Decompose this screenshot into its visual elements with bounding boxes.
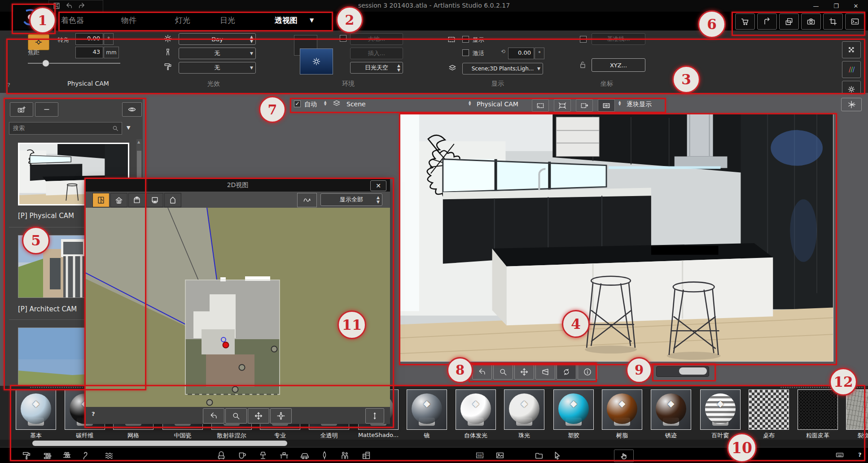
people-icon[interactable] (340, 450, 350, 462)
material-thumbnail[interactable] (846, 389, 868, 430)
ground-button[interactable]: 大地... (350, 33, 403, 45)
sky-type-select[interactable]: 日光天空▲▼ (350, 62, 403, 74)
material-thumbnail[interactable]: ◆ (700, 389, 741, 430)
render-console-button[interactable] (845, 13, 865, 30)
path-wave-button[interactable] (297, 193, 317, 207)
scene-value[interactable]: Scene (346, 100, 366, 108)
material-thumbnail[interactable]: ◆ (16, 389, 56, 430)
focal-slider-track[interactable] (28, 63, 120, 64)
display-mode-value[interactable]: 逐块显示 (627, 100, 652, 109)
undo-button[interactable] (203, 408, 224, 424)
bricks-icon[interactable] (43, 450, 53, 462)
xyz-button[interactable]: XYZ... (592, 58, 645, 72)
waves-icon[interactable] (104, 450, 114, 462)
fit-frame-button[interactable] (554, 99, 571, 112)
help-icon[interactable]: ? (858, 451, 862, 458)
folder-icon[interactable] (534, 450, 544, 462)
material-item[interactable]: ◆自体发光 (452, 389, 500, 440)
lights-select[interactable]: 无▼ (179, 48, 256, 59)
rotation-unit[interactable]: ° (104, 33, 114, 45)
paint-roller-icon[interactable] (22, 450, 31, 462)
window-2d-titlebar[interactable]: 2D视图 ✕ (85, 179, 390, 192)
camera-stepper[interactable]: ▲▼ (469, 100, 471, 106)
render-frame-button[interactable] (532, 99, 549, 112)
material-item[interactable]: ◆树脂 (598, 389, 646, 440)
close-button[interactable]: ✕ (849, 1, 863, 10)
display-mode-stepper[interactable]: ▲▼ (618, 100, 621, 106)
tab-objects[interactable]: 物件 (121, 15, 136, 26)
render-viewport[interactable] (400, 114, 833, 362)
search-button[interactable] (225, 408, 247, 424)
environment-sky-thumb[interactable] (300, 48, 333, 74)
checker-button[interactable] (842, 41, 861, 58)
visibility-button[interactable] (122, 102, 142, 117)
material-thumbnail[interactable] (798, 389, 838, 430)
rotation-input[interactable]: 0.00 (75, 33, 103, 45)
box-bottom-button[interactable] (146, 193, 163, 207)
box-top-button[interactable] (128, 193, 145, 207)
buildings-icon[interactable] (361, 450, 371, 462)
shelf-scrollbar[interactable] (0, 440, 868, 447)
add-camera-button[interactable] (10, 102, 33, 117)
undo-icon[interactable] (65, 2, 73, 11)
show-all-select[interactable]: 显示全部▲▼ (320, 193, 382, 206)
material-thumbnail[interactable]: ◆ (407, 389, 447, 430)
drag-handle[interactable] (780, 384, 865, 388)
close-icon[interactable]: ✕ (370, 180, 386, 191)
keyboard-icon[interactable] (834, 450, 846, 461)
scene-stepper[interactable]: ▲▼ (324, 100, 326, 106)
move-button[interactable] (248, 408, 269, 424)
refresh-button[interactable] (557, 364, 576, 380)
filter-dropdown-icon[interactable]: ▼ (127, 125, 130, 131)
texture-frame-button[interactable] (598, 99, 615, 112)
material-item[interactable]: 桌布 (745, 389, 793, 440)
tab-lights[interactable]: 灯光 (175, 15, 190, 26)
material-item[interactable]: ◆基本 (12, 389, 60, 440)
snowflake-button[interactable] (841, 98, 862, 111)
material-thumbnail[interactable]: ◆ (553, 389, 594, 430)
tab-dropdown-icon[interactable]: ▼ (310, 17, 314, 23)
baseline-button[interactable]: 基准线... (592, 33, 645, 45)
redo-icon[interactable] (78, 2, 86, 11)
focal-slider-knob[interactable] (42, 60, 49, 67)
material-thumbnail[interactable]: ◆ (602, 389, 642, 430)
car-icon[interactable] (300, 450, 310, 462)
material-item[interactable]: ◆锈迹 (647, 389, 695, 440)
material-item[interactable]: 粒面皮革 (793, 389, 842, 440)
billboard-icon[interactable] (475, 450, 485, 462)
ground-checkbox[interactable] (340, 35, 346, 42)
save-icon[interactable] (53, 2, 61, 11)
material-item[interactable]: ◆百叶窗 (696, 389, 745, 440)
insert-button[interactable]: 插入... (350, 48, 403, 59)
plan-view-button[interactable] (92, 193, 110, 207)
perspective-button[interactable] (535, 364, 555, 380)
material-thumbnail[interactable]: ◆ (456, 389, 496, 430)
shelf-scrollbar-thumb[interactable] (32, 441, 287, 446)
info-button[interactable] (578, 364, 597, 380)
show-checkbox[interactable] (462, 36, 469, 43)
undo-button[interactable] (472, 364, 492, 380)
window-2d-view[interactable]: 2D视图 ✕ 显示全部▲▼ (85, 179, 390, 424)
color-lines-button[interactable] (842, 61, 861, 78)
tree-icon[interactable] (320, 450, 329, 462)
duplicate-button[interactable] (779, 13, 799, 30)
inspector-help[interactable]: ? (7, 82, 10, 88)
angle-unit[interactable]: ° (535, 48, 544, 59)
cursor-icon[interactable] (552, 450, 562, 462)
move-button[interactable] (514, 364, 534, 380)
image-icon[interactable] (495, 450, 505, 462)
help-icon[interactable]: ? (92, 411, 95, 417)
desk-icon[interactable] (279, 450, 289, 462)
fit-height-icon[interactable] (365, 408, 384, 424)
cup-icon[interactable] (237, 450, 247, 462)
hand-tool-button[interactable] (614, 450, 634, 462)
search-button[interactable] (493, 364, 513, 380)
layers-select[interactable]: Scene;3D Plants;Ligh...▼ (462, 63, 543, 74)
restore-button[interactable]: ❐ (829, 1, 843, 10)
focal-input[interactable]: 43 (75, 47, 103, 58)
save-frame-button[interactable] (576, 99, 593, 112)
angle-input[interactable]: 0.00 (508, 48, 534, 59)
remove-camera-button[interactable] (35, 102, 58, 117)
search-input[interactable]: 搜索 (9, 122, 122, 135)
shader-select[interactable]: 无▼ (179, 62, 256, 74)
